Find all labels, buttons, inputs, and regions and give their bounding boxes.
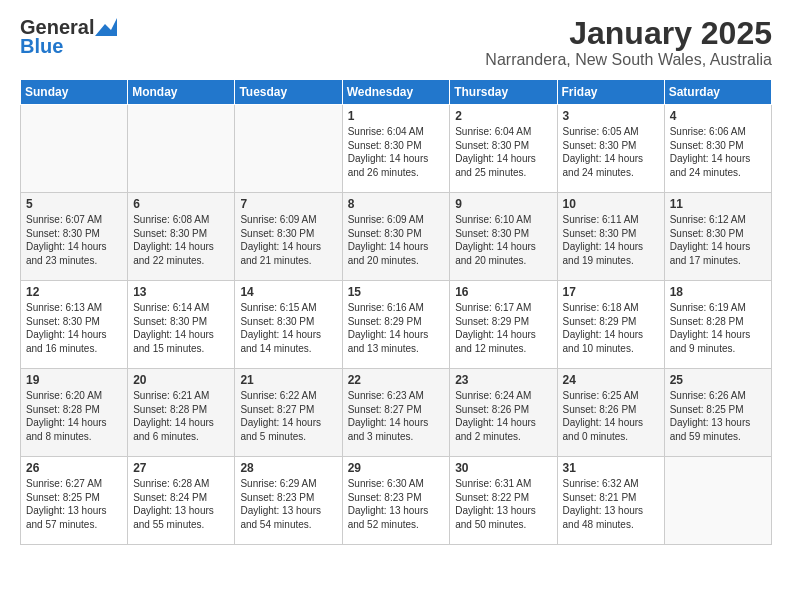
day-number: 1	[348, 109, 445, 123]
calendar-cell: 25Sunrise: 6:26 AM Sunset: 8:25 PM Dayli…	[664, 369, 771, 457]
day-info: Sunrise: 6:09 AM Sunset: 8:30 PM Dayligh…	[348, 213, 445, 267]
day-info: Sunrise: 6:23 AM Sunset: 8:27 PM Dayligh…	[348, 389, 445, 443]
day-info: Sunrise: 6:10 AM Sunset: 8:30 PM Dayligh…	[455, 213, 551, 267]
day-info: Sunrise: 6:08 AM Sunset: 8:30 PM Dayligh…	[133, 213, 229, 267]
calendar-week-row: 26Sunrise: 6:27 AM Sunset: 8:25 PM Dayli…	[21, 457, 772, 545]
day-info: Sunrise: 6:21 AM Sunset: 8:28 PM Dayligh…	[133, 389, 229, 443]
day-number: 13	[133, 285, 229, 299]
calendar-cell: 22Sunrise: 6:23 AM Sunset: 8:27 PM Dayli…	[342, 369, 450, 457]
weekday-header-monday: Monday	[128, 80, 235, 105]
weekday-header-saturday: Saturday	[664, 80, 771, 105]
day-number: 2	[455, 109, 551, 123]
day-number: 7	[240, 197, 336, 211]
day-info: Sunrise: 6:22 AM Sunset: 8:27 PM Dayligh…	[240, 389, 336, 443]
day-number: 24	[563, 373, 659, 387]
logo-bird-icon	[95, 18, 117, 36]
calendar-week-row: 12Sunrise: 6:13 AM Sunset: 8:30 PM Dayli…	[21, 281, 772, 369]
calendar-week-row: 1Sunrise: 6:04 AM Sunset: 8:30 PM Daylig…	[21, 105, 772, 193]
calendar-cell: 26Sunrise: 6:27 AM Sunset: 8:25 PM Dayli…	[21, 457, 128, 545]
day-info: Sunrise: 6:04 AM Sunset: 8:30 PM Dayligh…	[455, 125, 551, 179]
day-number: 4	[670, 109, 766, 123]
weekday-header-row: SundayMondayTuesdayWednesdayThursdayFrid…	[21, 80, 772, 105]
header: General Blue January 2025 Narrandera, Ne…	[20, 16, 772, 69]
logo: General Blue	[20, 16, 117, 58]
day-number: 19	[26, 373, 122, 387]
day-info: Sunrise: 6:17 AM Sunset: 8:29 PM Dayligh…	[455, 301, 551, 355]
day-number: 14	[240, 285, 336, 299]
day-number: 28	[240, 461, 336, 475]
calendar-cell: 23Sunrise: 6:24 AM Sunset: 8:26 PM Dayli…	[450, 369, 557, 457]
calendar-cell: 27Sunrise: 6:28 AM Sunset: 8:24 PM Dayli…	[128, 457, 235, 545]
day-info: Sunrise: 6:13 AM Sunset: 8:30 PM Dayligh…	[26, 301, 122, 355]
svg-marker-0	[95, 18, 117, 36]
day-info: Sunrise: 6:14 AM Sunset: 8:30 PM Dayligh…	[133, 301, 229, 355]
calendar-cell: 31Sunrise: 6:32 AM Sunset: 8:21 PM Dayli…	[557, 457, 664, 545]
day-info: Sunrise: 6:32 AM Sunset: 8:21 PM Dayligh…	[563, 477, 659, 531]
day-info: Sunrise: 6:28 AM Sunset: 8:24 PM Dayligh…	[133, 477, 229, 531]
calendar-cell: 10Sunrise: 6:11 AM Sunset: 8:30 PM Dayli…	[557, 193, 664, 281]
calendar-cell	[21, 105, 128, 193]
day-info: Sunrise: 6:07 AM Sunset: 8:30 PM Dayligh…	[26, 213, 122, 267]
weekday-header-wednesday: Wednesday	[342, 80, 450, 105]
day-number: 10	[563, 197, 659, 211]
calendar-week-row: 19Sunrise: 6:20 AM Sunset: 8:28 PM Dayli…	[21, 369, 772, 457]
calendar-cell: 13Sunrise: 6:14 AM Sunset: 8:30 PM Dayli…	[128, 281, 235, 369]
day-info: Sunrise: 6:16 AM Sunset: 8:29 PM Dayligh…	[348, 301, 445, 355]
calendar-cell: 4Sunrise: 6:06 AM Sunset: 8:30 PM Daylig…	[664, 105, 771, 193]
day-info: Sunrise: 6:31 AM Sunset: 8:22 PM Dayligh…	[455, 477, 551, 531]
day-number: 5	[26, 197, 122, 211]
weekday-header-tuesday: Tuesday	[235, 80, 342, 105]
day-info: Sunrise: 6:04 AM Sunset: 8:30 PM Dayligh…	[348, 125, 445, 179]
day-info: Sunrise: 6:12 AM Sunset: 8:30 PM Dayligh…	[670, 213, 766, 267]
logo-blue: Blue	[20, 35, 63, 58]
day-number: 15	[348, 285, 445, 299]
calendar-cell	[664, 457, 771, 545]
day-number: 18	[670, 285, 766, 299]
calendar-cell: 16Sunrise: 6:17 AM Sunset: 8:29 PM Dayli…	[450, 281, 557, 369]
calendar-cell: 28Sunrise: 6:29 AM Sunset: 8:23 PM Dayli…	[235, 457, 342, 545]
day-info: Sunrise: 6:25 AM Sunset: 8:26 PM Dayligh…	[563, 389, 659, 443]
day-info: Sunrise: 6:30 AM Sunset: 8:23 PM Dayligh…	[348, 477, 445, 531]
calendar-cell: 14Sunrise: 6:15 AM Sunset: 8:30 PM Dayli…	[235, 281, 342, 369]
weekday-header-thursday: Thursday	[450, 80, 557, 105]
calendar-cell: 11Sunrise: 6:12 AM Sunset: 8:30 PM Dayli…	[664, 193, 771, 281]
calendar-cell: 2Sunrise: 6:04 AM Sunset: 8:30 PM Daylig…	[450, 105, 557, 193]
day-number: 6	[133, 197, 229, 211]
calendar-cell	[128, 105, 235, 193]
calendar-cell	[235, 105, 342, 193]
calendar-cell: 19Sunrise: 6:20 AM Sunset: 8:28 PM Dayli…	[21, 369, 128, 457]
day-info: Sunrise: 6:11 AM Sunset: 8:30 PM Dayligh…	[563, 213, 659, 267]
calendar-cell: 20Sunrise: 6:21 AM Sunset: 8:28 PM Dayli…	[128, 369, 235, 457]
calendar-cell: 15Sunrise: 6:16 AM Sunset: 8:29 PM Dayli…	[342, 281, 450, 369]
day-info: Sunrise: 6:20 AM Sunset: 8:28 PM Dayligh…	[26, 389, 122, 443]
weekday-header-friday: Friday	[557, 80, 664, 105]
calendar-cell: 8Sunrise: 6:09 AM Sunset: 8:30 PM Daylig…	[342, 193, 450, 281]
calendar-cell: 18Sunrise: 6:19 AM Sunset: 8:28 PM Dayli…	[664, 281, 771, 369]
calendar-body: 1Sunrise: 6:04 AM Sunset: 8:30 PM Daylig…	[21, 105, 772, 545]
calendar-cell: 6Sunrise: 6:08 AM Sunset: 8:30 PM Daylig…	[128, 193, 235, 281]
day-info: Sunrise: 6:26 AM Sunset: 8:25 PM Dayligh…	[670, 389, 766, 443]
calendar-cell: 12Sunrise: 6:13 AM Sunset: 8:30 PM Dayli…	[21, 281, 128, 369]
page: General Blue January 2025 Narrandera, Ne…	[0, 0, 792, 612]
day-info: Sunrise: 6:06 AM Sunset: 8:30 PM Dayligh…	[670, 125, 766, 179]
calendar-cell: 29Sunrise: 6:30 AM Sunset: 8:23 PM Dayli…	[342, 457, 450, 545]
day-number: 11	[670, 197, 766, 211]
day-info: Sunrise: 6:09 AM Sunset: 8:30 PM Dayligh…	[240, 213, 336, 267]
day-number: 23	[455, 373, 551, 387]
title-block: January 2025 Narrandera, New South Wales…	[485, 16, 772, 69]
calendar-week-row: 5Sunrise: 6:07 AM Sunset: 8:30 PM Daylig…	[21, 193, 772, 281]
day-number: 17	[563, 285, 659, 299]
day-number: 29	[348, 461, 445, 475]
calendar-cell: 7Sunrise: 6:09 AM Sunset: 8:30 PM Daylig…	[235, 193, 342, 281]
calendar-cell: 3Sunrise: 6:05 AM Sunset: 8:30 PM Daylig…	[557, 105, 664, 193]
calendar-title: January 2025	[485, 16, 772, 51]
day-number: 27	[133, 461, 229, 475]
weekday-header-sunday: Sunday	[21, 80, 128, 105]
calendar-table: SundayMondayTuesdayWednesdayThursdayFrid…	[20, 79, 772, 545]
day-number: 16	[455, 285, 551, 299]
calendar-cell: 9Sunrise: 6:10 AM Sunset: 8:30 PM Daylig…	[450, 193, 557, 281]
calendar-cell: 1Sunrise: 6:04 AM Sunset: 8:30 PM Daylig…	[342, 105, 450, 193]
calendar-subtitle: Narrandera, New South Wales, Australia	[485, 51, 772, 69]
day-info: Sunrise: 6:27 AM Sunset: 8:25 PM Dayligh…	[26, 477, 122, 531]
calendar-cell: 24Sunrise: 6:25 AM Sunset: 8:26 PM Dayli…	[557, 369, 664, 457]
